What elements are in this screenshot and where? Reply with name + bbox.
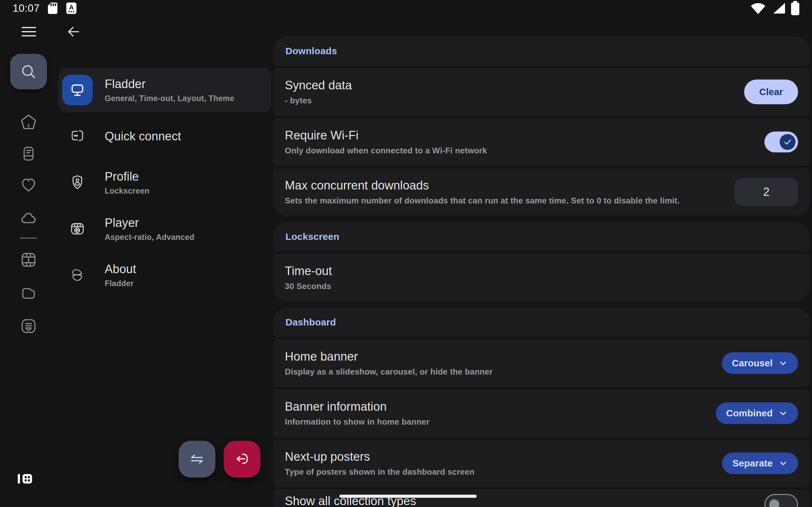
logout-fab[interactable] <box>223 441 260 477</box>
next-up-posters-dropdown[interactable]: Separate <box>722 452 798 474</box>
debug-overlay-badge <box>18 473 33 484</box>
chevron-down-icon <box>778 408 788 418</box>
cloud-icon <box>19 208 38 227</box>
row-require-wifi[interactable]: Require Wi-Fi Only download when connect… <box>273 118 809 166</box>
library-book-icon <box>20 145 38 163</box>
section-dashboard: Dashboard Home banner Display as a slide… <box>273 308 809 507</box>
row-synced-data[interactable]: Synced data - bytes Clear <box>273 68 809 116</box>
home-banner-dropdown[interactable]: Carousel <box>722 352 798 374</box>
menu-item-fladder[interactable]: Fladder General, Time-out, Layout, Theme <box>58 67 271 112</box>
home-icon <box>19 113 38 131</box>
scroll-indicator[interactable] <box>339 495 477 498</box>
rail-item-folders[interactable] <box>10 275 47 311</box>
sd-card-icon <box>47 2 58 14</box>
menu-item-profile[interactable]: Profile Lockscreen <box>58 160 271 205</box>
menu-item-title: About <box>105 262 136 276</box>
back-button[interactable] <box>65 23 83 41</box>
auto-notification-icon: A <box>66 3 77 14</box>
section-header: Lockscreen <box>273 222 809 251</box>
profile-shield-icon <box>62 167 93 198</box>
settings-menu-panel: Fladder General, Time-out, Layout, Theme… <box>57 16 273 507</box>
logout-icon <box>233 450 251 468</box>
menu-item-subtitle: General, Time-out, Layout, Theme <box>105 94 235 103</box>
heart-icon <box>19 176 38 194</box>
section-header: Downloads <box>273 37 809 66</box>
quick-connect-icon <box>62 121 93 152</box>
wifi-icon <box>750 2 766 15</box>
player-icon <box>62 214 93 244</box>
row-timeout[interactable]: Time-out 30 Seconds <box>273 254 809 301</box>
menu-item-title: Quick connect <box>105 129 181 143</box>
menu-item-subtitle: Aspect-ratio, Advanced <box>105 233 194 242</box>
check-icon <box>783 137 792 147</box>
chevron-down-icon <box>778 358 788 368</box>
film-icon <box>20 251 38 269</box>
menu-item-about[interactable]: About Fladder <box>58 252 271 297</box>
show-all-collections-toggle[interactable] <box>764 494 798 507</box>
menu-item-quick-connect[interactable]: Quick connect <box>58 114 271 159</box>
require-wifi-toggle[interactable] <box>764 131 798 153</box>
rail-item-sync[interactable] <box>10 200 47 235</box>
rail-item-queue[interactable] <box>10 308 47 344</box>
folder-icon <box>20 284 38 302</box>
row-banner-information[interactable]: Banner information Information to show i… <box>273 389 809 437</box>
switch-server-fab[interactable] <box>179 441 215 477</box>
max-downloads-value[interactable]: 2 <box>734 178 798 206</box>
chevron-down-icon <box>778 458 788 468</box>
menu-item-title: Player <box>105 216 194 230</box>
queue-icon <box>20 317 38 335</box>
fladder-settings-screen: 10:07 A <box>0 0 812 507</box>
row-show-all-collection-types[interactable]: Show all collection types <box>273 490 809 507</box>
fladder-app-icon <box>62 75 93 105</box>
arrow-back-icon <box>65 23 82 40</box>
settings-menu-list: Fladder General, Time-out, Layout, Theme… <box>58 67 271 297</box>
battery-icon <box>791 3 799 15</box>
grid-badge-icon <box>22 473 33 484</box>
nav-rail <box>0 16 57 507</box>
menu-item-title: Profile <box>105 170 149 183</box>
search-icon <box>19 62 38 81</box>
rail-item-video[interactable] <box>10 242 47 278</box>
fladder-logo-icon <box>62 260 93 290</box>
monitor-icon <box>68 81 87 99</box>
section-downloads: Downloads Synced data - bytes Clear Requ… <box>273 37 809 216</box>
menu-item-player[interactable]: Player Aspect-ratio, Advanced <box>58 206 271 251</box>
cellular-signal-icon <box>771 2 786 15</box>
banner-information-dropdown[interactable]: Combined <box>716 402 798 424</box>
clear-button[interactable]: Clear <box>744 79 798 104</box>
status-bar: 10:07 A <box>0 0 812 16</box>
menu-item-title: Fladder <box>105 77 235 91</box>
menu-hamburger-button[interactable] <box>20 25 38 39</box>
rail-item-home[interactable] <box>10 104 47 140</box>
section-lockscreen: Lockscreen Time-out 30 Seconds <box>273 222 809 301</box>
rail-item-favorites[interactable] <box>10 167 47 203</box>
rail-item-search[interactable] <box>10 54 47 89</box>
swap-arrows-icon <box>188 450 206 468</box>
menu-item-subtitle: Fladder <box>105 279 136 288</box>
clock: 10:07 <box>13 2 40 14</box>
section-header: Dashboard <box>273 308 809 337</box>
row-max-concurrent-downloads[interactable]: Max concurrent downloads Sets the maximu… <box>273 168 809 216</box>
rail-item-library[interactable] <box>10 136 47 171</box>
row-next-up-posters[interactable]: Next-up posters Type of posters shown in… <box>273 440 809 487</box>
menu-item-subtitle: Lockscreen <box>105 186 149 195</box>
row-home-banner[interactable]: Home banner Display as a slideshow, caro… <box>273 339 809 387</box>
settings-content: Downloads Synced data - bytes Clear Requ… <box>273 37 809 507</box>
rail-divider <box>20 238 38 239</box>
